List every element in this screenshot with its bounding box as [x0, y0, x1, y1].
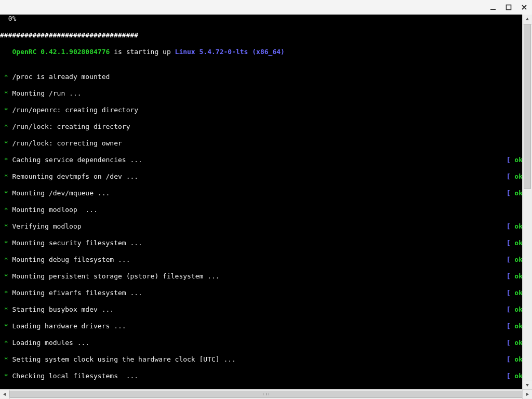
- status-ok: [ ok: [507, 339, 523, 347]
- terminal-line: * Mounting efivarfs filesystem ...[ ok: [0, 289, 523, 297]
- terminal-line: * Mounting modloop ...: [0, 206, 523, 214]
- titlebar: [0, 0, 532, 15]
- minimize-button[interactable]: [488, 3, 498, 12]
- service-message: Setting system clock using the hardware …: [8, 355, 236, 363]
- app-window: 0% ################################## Op…: [0, 0, 532, 399]
- service-message: Checking local filesystems ...: [8, 372, 138, 380]
- service-message: /run/lock: correcting owner: [8, 139, 122, 147]
- service-message: /run/lock: creating directory: [8, 123, 130, 130]
- terminal-line: * Starting busybox mdev ...[ ok: [0, 305, 523, 314]
- service-message: Mounting /dev/mqueue ...: [8, 189, 110, 197]
- scroll-down-button[interactable]: [523, 380, 532, 390]
- bullet-icon: *: [4, 355, 8, 363]
- terminal-line: * Checking local filesystems ...[ ok: [0, 372, 523, 380]
- bullet-icon: *: [4, 272, 8, 280]
- bullet-icon: *: [4, 139, 8, 147]
- terminal[interactable]: 0% ################################## Op…: [0, 15, 523, 390]
- close-button[interactable]: [520, 3, 529, 12]
- terminal-line: * Setting system clock using the hardwar…: [0, 355, 523, 364]
- service-message: Mounting /run ...: [8, 89, 82, 97]
- status-ok: [ ok: [507, 222, 523, 231]
- status-ok: [ ok: [507, 156, 523, 164]
- scroll-right-button[interactable]: [522, 390, 532, 399]
- service-message: Starting busybox mdev ...: [8, 305, 114, 313]
- service-message: Caching service dependencies ...: [8, 156, 142, 164]
- bullet-icon: *: [4, 106, 8, 114]
- terminal-line: * Mounting /run ...: [0, 89, 523, 98]
- terminal-line: * Loading hardware drivers ...[ ok: [0, 322, 523, 330]
- terminal-line: * Caching service dependencies ...[ ok: [0, 156, 523, 164]
- terminal-line: * Remounting devtmpfs on /dev ...[ ok: [0, 172, 523, 181]
- status-ok: [ ok: [507, 305, 523, 314]
- bullet-icon: *: [4, 322, 8, 330]
- terminal-line: * Mounting persistent storage (pstore) f…: [0, 272, 523, 281]
- openrc-version: OpenRC 0.42.1.9028084776: [12, 48, 110, 56]
- bullet-icon: *: [4, 289, 8, 297]
- service-message: /proc is already mounted: [8, 73, 110, 81]
- status-ok: [ ok: [507, 239, 523, 247]
- svg-rect-1: [507, 5, 511, 10]
- status-ok: [ ok: [507, 272, 523, 281]
- terminal-line: * /run/openrc: creating directory: [0, 106, 523, 114]
- content-area: 0% ################################## Op…: [0, 15, 532, 390]
- service-message: Mounting modloop ...: [8, 206, 98, 214]
- terminal-line: OpenRC 0.42.1.9028084776 is starting up …: [0, 48, 523, 56]
- service-message: Mounting persistent storage (pstore) fil…: [8, 272, 220, 280]
- terminal-line: * Verifying modloop[ ok: [0, 222, 523, 231]
- bullet-icon: *: [4, 123, 8, 130]
- bullet-icon: *: [4, 222, 8, 230]
- bullet-icon: *: [4, 256, 8, 263]
- status-ok: [ ok: [507, 189, 523, 197]
- terminal-line: * Loading modules ...[ ok: [0, 339, 523, 347]
- bullet-icon: *: [4, 372, 8, 380]
- service-message: Mounting debug filesystem ...: [8, 256, 130, 263]
- hscroll-track[interactable]: [9, 390, 523, 399]
- progress-percent: 0%: [0, 15, 16, 22]
- status-ok: [ ok: [507, 355, 523, 364]
- vscroll-track[interactable]: [523, 24, 532, 380]
- bullet-icon: *: [4, 189, 8, 197]
- vertical-scrollbar[interactable]: [522, 15, 532, 390]
- service-message: Loading modules ...: [8, 339, 90, 347]
- maximize-button[interactable]: [504, 3, 513, 12]
- service-message: /run/openrc: creating directory: [8, 106, 138, 114]
- scroll-left-button[interactable]: [0, 390, 10, 399]
- bullet-icon: *: [4, 89, 8, 97]
- hash-divider: ##################################: [0, 31, 138, 39]
- terminal-line: * Mounting debug filesystem ...[ ok: [0, 256, 523, 264]
- terminal-line: * /run/lock: creating directory: [0, 123, 523, 131]
- service-message: Verifying modloop: [8, 222, 82, 230]
- terminal-line: ##################################: [0, 31, 523, 39]
- bullet-icon: *: [4, 156, 8, 164]
- bullet-icon: *: [4, 73, 8, 81]
- terminal-line: * /proc is already mounted: [0, 73, 523, 81]
- status-ok: [ ok: [507, 256, 523, 264]
- terminal-line: * Mounting /dev/mqueue ...[ ok: [0, 189, 523, 197]
- service-message: Remounting devtmpfs on /dev ...: [8, 172, 138, 180]
- status-ok: [ ok: [507, 172, 523, 181]
- service-message: Mounting efivarfs filesystem ...: [8, 289, 142, 297]
- service-message: Loading hardware drivers ...: [8, 322, 126, 330]
- hscroll-thumb[interactable]: [9, 391, 523, 398]
- kernel-name: Linux 5.4.72-0-lts (x86_64): [175, 48, 285, 56]
- vscroll-thumb[interactable]: [524, 24, 531, 189]
- terminal-line: * /run/lock: correcting owner: [0, 139, 523, 148]
- status-ok: [ ok: [507, 322, 523, 330]
- scroll-up-button[interactable]: [523, 15, 532, 24]
- status-ok: [ ok: [507, 372, 523, 380]
- bullet-icon: *: [4, 206, 8, 214]
- terminal-line: 0%: [0, 15, 523, 23]
- service-message: Mounting security filesystem ...: [8, 239, 142, 247]
- svg-rect-0: [490, 9, 496, 10]
- bullet-icon: *: [4, 172, 8, 180]
- bullet-icon: *: [4, 305, 8, 313]
- bullet-icon: *: [4, 339, 8, 347]
- status-ok: [ ok: [507, 289, 523, 297]
- terminal-line: * Mounting security filesystem ...[ ok: [0, 239, 523, 247]
- bullet-icon: *: [4, 239, 8, 247]
- horizontal-scrollbar[interactable]: [0, 389, 532, 399]
